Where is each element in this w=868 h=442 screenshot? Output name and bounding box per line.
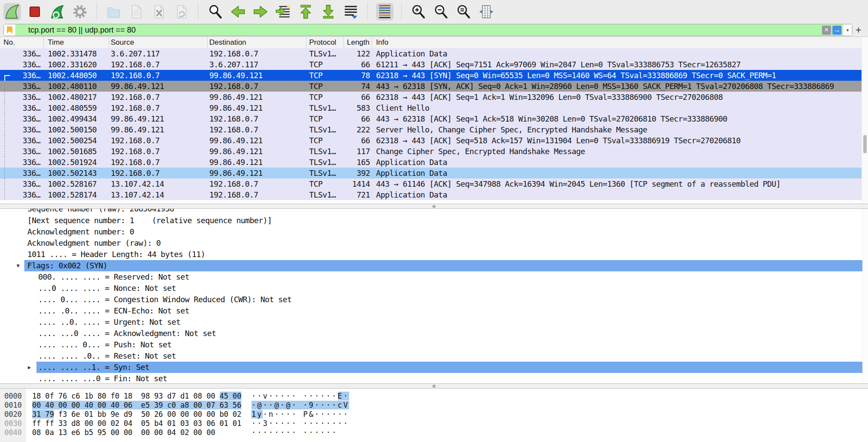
detail-line[interactable]: .... 0... .... = Congestion Window Reduc… (0, 294, 868, 305)
column-header-no[interactable]: No. (0, 37, 44, 48)
packet-row[interactable]: 336…1002.50015099.86.49.121192.168.0.7TL… (0, 124, 862, 135)
ascii-segment: ··3····· ········ (251, 419, 349, 428)
filter-add-button[interactable]: + (852, 24, 865, 36)
stream-line-icon (4, 102, 5, 113)
auto-scroll-button[interactable] (342, 3, 360, 20)
detail-line[interactable]: 1011 .... = Header Length: 44 bytes (11) (0, 249, 868, 260)
pane-splitter-top[interactable] (0, 204, 868, 209)
packet-row[interactable]: 336…1002.448050192.168.0.799.86.49.121TC… (0, 70, 862, 81)
hex-row[interactable]: 001000 40 00 00 40 00 40 06 e5 39 c0 a8 … (0, 401, 868, 410)
detail-line[interactable]: .... .... .0.. = Reset: Not set (0, 350, 868, 362)
detail-text: Flags: 0x002 (SYN) (24, 260, 868, 271)
detail-line[interactable]: Acknowledgment number (raw): 0 (0, 237, 868, 249)
colorize-button[interactable] (376, 3, 393, 20)
packet-list-scrollbar-thumb[interactable] (863, 135, 867, 153)
cell-no: 336… (0, 168, 44, 178)
detail-line[interactable]: .... .... ...0 = Fin: Not set (0, 373, 868, 383)
cell-length: 222 (344, 124, 372, 135)
cell-source: 192.168.0.7 (109, 92, 208, 102)
cell-length: 721 (344, 189, 372, 200)
display-filter-field[interactable]: ✕ → ▾ (3, 24, 852, 36)
expander-closed-icon[interactable]: ▶ (28, 362, 31, 373)
stop-capture-icon (27, 4, 43, 20)
packet-row[interactable]: 336…1002.331620192.168.0.73.6.207.117TCP… (0, 59, 862, 70)
column-header-time[interactable]: Time (44, 37, 109, 48)
cell-info: Application Data (372, 48, 862, 59)
packet-row[interactable]: 336…1002.502143192.168.0.799.86.49.121TL… (0, 168, 862, 178)
packet-row[interactable]: 336…1002.500254192.168.0.799.86.49.121TC… (0, 135, 862, 146)
cell-info: 443 → 62318 [ACK] Seq=1 Ack=518 Win=3020… (372, 113, 862, 124)
detail-line[interactable]: 000. .... .... = Reserved: Not set (0, 271, 868, 283)
cell-info: Application Data (372, 168, 862, 178)
packet-row[interactable]: 336…1002.501685192.168.0.799.86.49.121TL… (0, 146, 862, 157)
detail-line[interactable]: .... ...0 .... = Acknowledgment: Not set (0, 328, 868, 339)
restart-capture-icon (50, 4, 65, 20)
stop-capture-button[interactable] (26, 3, 43, 20)
start-capture-button[interactable] (3, 3, 21, 20)
packet-row[interactable]: 336…1002.3314783.6.207.117192.168.0.7TLS… (0, 48, 862, 59)
zoom-out-button[interactable] (432, 3, 450, 20)
ascii-bytes: ·@··@·@· ·9····cV (251, 401, 349, 410)
cell-source: 99.86.49.121 (109, 124, 208, 135)
cell-no: 336… (0, 113, 44, 124)
go-to-packet-button[interactable] (274, 3, 292, 20)
detail-line[interactable]: Acknowledgment number: 0 (0, 226, 868, 237)
filter-bookmark-button[interactable] (4, 24, 15, 36)
hex-row[interactable]: 004008 0a 13 e6 b5 95 00 00 00 00 04 02 … (0, 428, 868, 437)
detail-line[interactable]: .... .0.. .... = ECN-Echo: Not set (0, 305, 868, 317)
packet-row[interactable]: 336…1002.480217192.168.0.799.86.49.121TC… (0, 92, 862, 102)
packet-row[interactable]: 336…1002.501924192.168.0.799.86.49.121TL… (0, 157, 862, 168)
hex-rows: 000018 0f 76 c6 1b 80 f0 18 98 93 d7 d1 … (0, 389, 868, 437)
cell-length: 122 (344, 48, 372, 59)
packet-row[interactable]: 336…1002.480559192.168.0.799.86.49.121TL… (0, 102, 862, 113)
cell-time: 1002.500254 (44, 135, 109, 146)
go-forward-button[interactable] (252, 3, 269, 20)
detail-line[interactable]: Sequence number (raw): 2665041958 (0, 209, 868, 215)
filter-clear-button[interactable]: ✕ (822, 26, 831, 35)
go-back-button[interactable] (229, 3, 247, 20)
column-header-destination[interactable]: Destination (208, 37, 307, 48)
filter-input[interactable] (15, 24, 822, 36)
restart-capture-button[interactable] (49, 3, 66, 20)
cell-protocol: TCP (307, 81, 344, 92)
detail-line[interactable]: [Next sequence number: 1 (relative seque… (0, 215, 868, 226)
go-last-button[interactable] (320, 3, 337, 20)
packet-row[interactable]: 336…1002.52817413.107.42.14192.168.0.7TL… (0, 189, 862, 200)
detail-line[interactable]: .... ..0. .... = Urgent: Not set (0, 317, 868, 328)
cell-no: 336… (0, 102, 44, 113)
pane-splitter-bottom[interactable] (0, 383, 868, 389)
find-packet-button[interactable] (207, 3, 224, 20)
zoom-reset-button[interactable] (455, 3, 472, 20)
cell-info: Change Cipher Spec, Encrypted Handshake … (372, 146, 862, 157)
hex-row[interactable]: 000018 0f 76 c6 1b 80 f0 18 98 93 d7 d1 … (0, 392, 868, 401)
filter-dropdown-button[interactable]: ▾ (843, 24, 852, 36)
detail-line[interactable]: ...0 .... .... = Nonce: Not set (0, 283, 868, 294)
detail-line[interactable]: ▶.... .... ..1. = Syn: Set (0, 362, 868, 373)
cell-source: 192.168.0.7 (109, 157, 208, 168)
column-header-source[interactable]: Source (109, 37, 208, 48)
capture-options-button[interactable] (71, 3, 89, 20)
detail-line[interactable]: .... .... 0... = Push: Not set (0, 339, 868, 350)
expander-open-icon[interactable]: ▼ (17, 260, 20, 271)
detail-line[interactable]: ▼Flags: 0x002 (SYN) (0, 260, 868, 271)
filter-apply-button[interactable]: → (832, 26, 842, 35)
packet-row[interactable]: 336…1002.48011099.86.49.121192.168.0.7TC… (0, 81, 862, 92)
packet-row[interactable]: 336…1002.52816713.107.42.14192.168.0.7TC… (0, 178, 862, 189)
stream-line-icon (4, 178, 5, 189)
stream-line-icon (4, 168, 5, 178)
details-scrollbar[interactable] (862, 209, 868, 383)
column-header-length[interactable]: Length (344, 37, 372, 48)
column-header-info[interactable]: Info (372, 37, 868, 48)
zoom-in-button[interactable] (410, 3, 427, 20)
column-header-protocol[interactable]: Protocol (307, 37, 344, 48)
toolbar-separator (367, 3, 368, 20)
stream-line-icon (4, 92, 5, 102)
cell-destination: 192.168.0.7 (208, 124, 307, 135)
packet-row[interactable]: 336…1002.49943499.86.49.121192.168.0.7TC… (0, 113, 862, 124)
hex-row[interactable]: 0030ff ff 33 d8 00 00 02 04 05 b4 01 03 … (0, 419, 868, 428)
packet-list-scrollbar[interactable] (861, 37, 868, 204)
save-file-button (128, 3, 145, 20)
go-first-button[interactable] (297, 3, 314, 20)
resize-columns-button[interactable] (478, 3, 495, 20)
hex-row[interactable]: 002031 79 f3 6e 01 bb 9e d9 50 26 00 00 … (0, 410, 868, 419)
